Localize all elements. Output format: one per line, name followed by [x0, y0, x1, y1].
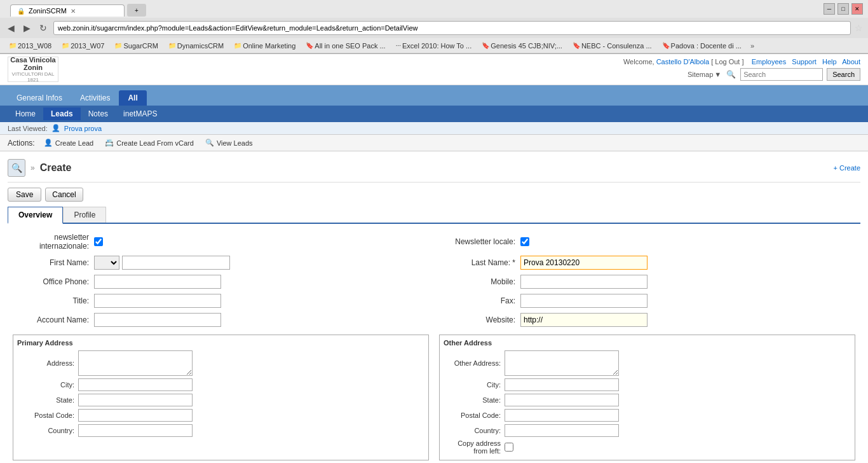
- bookmark-padova[interactable]: 🔖 Padova : Docente di ...: [658, 41, 745, 50]
- primary-city-label: City:: [17, 381, 74, 389]
- primary-country-input[interactable]: [78, 424, 193, 437]
- maximize-button[interactable]: □: [837, 3, 849, 15]
- minimize-button[interactable]: ─: [824, 3, 835, 15]
- mobile-label: Mobile:: [439, 277, 515, 286]
- employees-link[interactable]: Employees: [752, 58, 786, 66]
- about-link[interactable]: About: [842, 58, 860, 66]
- primary-postal-label: Postal Code:: [17, 411, 74, 419]
- office-phone-input[interactable]: [94, 275, 221, 289]
- newsletter-intl-label: newsletter internazionale:: [13, 233, 89, 251]
- primary-address-label: Address:: [17, 359, 74, 367]
- other-city-input[interactable]: [505, 378, 619, 391]
- app-logo: Casa Vinicola Zonin VITICULTORI DAL 1821: [8, 57, 58, 82]
- subnav-leads[interactable]: Leads: [43, 107, 81, 120]
- subnav-notes[interactable]: Notes: [81, 107, 116, 120]
- first-name-salutation-select[interactable]: Mr. Ms. Dr.: [94, 256, 119, 270]
- newsletter-locale-label: Newsletter locale:: [439, 237, 515, 246]
- bookmark-2013w08[interactable]: 📁 2013_W08: [5, 41, 55, 50]
- page-icon: 🔍: [8, 159, 25, 177]
- primary-address-group: Primary Address Address: City: State: Po…: [13, 335, 429, 460]
- sitemap-dropdown-icon: ▼: [714, 71, 721, 78]
- bookmark-icon[interactable]: ☆: [855, 23, 863, 33]
- primary-address-title: Primary Address: [17, 339, 424, 347]
- bookmark-nebc[interactable]: 🔖 NEBC - Consulenza ...: [569, 41, 656, 50]
- form-tab-profile[interactable]: Profile: [63, 207, 106, 223]
- reload-button[interactable]: ↻: [37, 22, 50, 34]
- account-name-input[interactable]: [94, 313, 221, 327]
- primary-address-textarea[interactable]: [78, 350, 193, 376]
- other-address-textarea[interactable]: [505, 350, 619, 376]
- last-name-label: Last Name: *: [439, 258, 515, 267]
- tab-activities[interactable]: Activities: [71, 90, 119, 106]
- account-name-label: Account Name:: [13, 315, 89, 324]
- tab-general-infos[interactable]: General Infos: [8, 90, 71, 106]
- bookmark-onlinemarketing[interactable]: 📁 Online Marketing: [230, 41, 299, 50]
- address-bar[interactable]: [53, 21, 851, 35]
- help-link[interactable]: Help: [822, 58, 837, 66]
- create-link[interactable]: + Create: [834, 164, 861, 172]
- first-name-input[interactable]: [122, 256, 230, 270]
- last-viewed-item[interactable]: Prova prova: [64, 125, 102, 132]
- support-link[interactable]: Support: [792, 58, 817, 66]
- create-lead-vcard-button[interactable]: 📇 Create Lead From vCard: [102, 137, 196, 148]
- tab-close-icon[interactable]: ✕: [71, 8, 76, 15]
- lead-icon: 👤: [51, 124, 60, 132]
- view-leads-icon: 🔍: [205, 139, 214, 147]
- subnav-home[interactable]: Home: [8, 107, 43, 120]
- other-city-label: City:: [444, 381, 501, 389]
- website-input[interactable]: [520, 313, 648, 327]
- tab-all[interactable]: All: [119, 90, 146, 106]
- actions-label: Actions:: [8, 139, 35, 148]
- search-button[interactable]: Search: [827, 68, 860, 81]
- bookmark-genesis[interactable]: 🔖 Genesis 45 CJB;NIV;...: [478, 41, 566, 50]
- newsletter-intl-checkbox[interactable]: [94, 237, 103, 246]
- forward-button[interactable]: ▶: [21, 22, 33, 34]
- other-address-label: Other Address:: [444, 359, 501, 367]
- sitemap-link[interactable]: Sitemap ▼: [688, 71, 721, 78]
- other-country-input[interactable]: [505, 424, 619, 437]
- title-input[interactable]: [94, 294, 221, 308]
- other-postal-input[interactable]: [505, 409, 619, 422]
- search-icon: 🔍: [725, 69, 736, 80]
- bookmarks-more-icon[interactable]: »: [750, 42, 754, 50]
- breadcrumb-arrow: »: [31, 163, 35, 172]
- search-input[interactable]: [740, 68, 823, 81]
- bookmark-excel[interactable]: ··· Excel 2010: How To ...: [392, 41, 476, 50]
- create-lead-button[interactable]: 👤 Create Lead: [41, 137, 97, 148]
- other-postal-label: Postal Code:: [444, 411, 501, 419]
- primary-postal-input[interactable]: [78, 409, 193, 422]
- view-leads-button[interactable]: 🔍 View Leads: [203, 137, 255, 148]
- mobile-input[interactable]: [520, 275, 648, 289]
- bookmark-2013w07[interactable]: 📁 2013_W07: [58, 41, 108, 50]
- last-name-input[interactable]: [520, 256, 648, 270]
- primary-state-input[interactable]: [78, 394, 193, 406]
- save-button[interactable]: Save: [8, 188, 41, 202]
- primary-state-label: State:: [17, 396, 74, 404]
- fax-label: Fax:: [439, 296, 515, 305]
- browser-tab[interactable]: 🔒 ZoninSCRM ✕: [10, 4, 125, 17]
- page-title: Create: [40, 162, 72, 174]
- cancel-button[interactable]: Cancel: [45, 188, 83, 202]
- vcard-icon: 📇: [105, 139, 114, 147]
- bookmark-sugarcrm[interactable]: 📁 SugarCRM: [111, 41, 161, 50]
- create-lead-icon: 👤: [44, 139, 53, 147]
- bookmark-seopack[interactable]: 🔖 All in one SEO Pack ...: [302, 41, 389, 50]
- other-state-label: State:: [444, 396, 501, 404]
- new-tab-button[interactable]: +: [127, 4, 146, 17]
- tab-title: ZoninSCRM: [29, 7, 67, 15]
- subnav-inetmaps[interactable]: inetMAPS: [116, 107, 165, 120]
- other-address-title: Other Address: [444, 339, 851, 347]
- last-viewed-bar: Last Viewed: 👤 Prova prova: [0, 122, 868, 135]
- close-button[interactable]: ✕: [851, 3, 863, 15]
- user-link[interactable]: Castello D'Albola: [656, 58, 709, 66]
- bookmark-dynamicscrm[interactable]: 📁 DynamicsCRM: [165, 41, 227, 50]
- copy-address-label: Copy address from left:: [444, 439, 501, 455]
- primary-city-input[interactable]: [78, 378, 193, 391]
- back-button[interactable]: ◀: [5, 22, 17, 34]
- form-tab-overview[interactable]: Overview: [8, 207, 63, 224]
- newsletter-locale-checkbox[interactable]: [520, 237, 529, 246]
- fax-input[interactable]: [520, 294, 648, 308]
- copy-address-checkbox[interactable]: [505, 443, 513, 452]
- title-label: Title:: [13, 296, 89, 305]
- other-state-input[interactable]: [505, 394, 619, 406]
